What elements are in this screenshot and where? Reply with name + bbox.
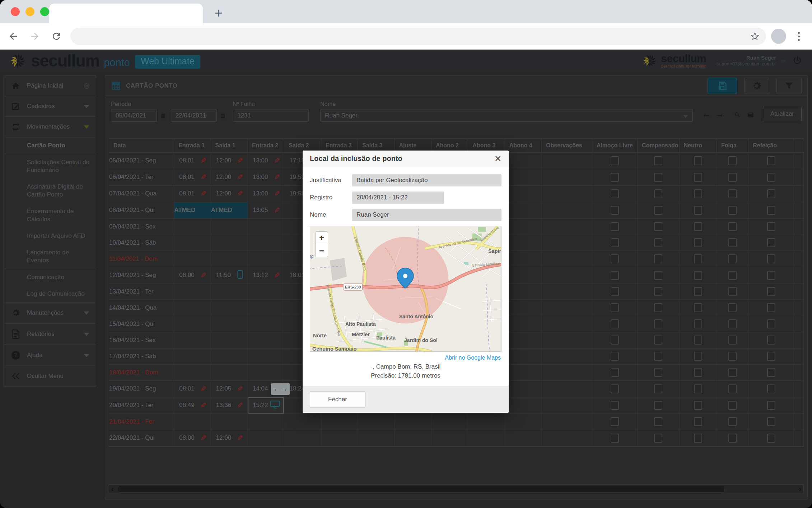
checkbox[interactable] xyxy=(654,417,662,426)
checkbox[interactable] xyxy=(767,222,775,231)
punch-cell[interactable] xyxy=(247,283,284,300)
empty-cell[interactable] xyxy=(505,332,541,348)
justificativa-input[interactable]: Batida por Geolocalização xyxy=(352,174,501,186)
checkbox[interactable] xyxy=(728,303,737,312)
empty-cell[interactable] xyxy=(542,348,592,364)
checkbox[interactable] xyxy=(694,238,702,247)
checkbox[interactable] xyxy=(611,352,619,361)
empty-cell[interactable] xyxy=(505,430,541,446)
empty-cell[interactable] xyxy=(542,235,592,251)
column-header[interactable] xyxy=(794,139,804,152)
checkbox[interactable] xyxy=(767,417,775,426)
punch-cell[interactable]: 08:01✎ xyxy=(174,152,211,169)
checkbox[interactable] xyxy=(654,254,662,263)
punch-cell[interactable] xyxy=(247,364,284,380)
punch-cell[interactable]: 12:00✎ xyxy=(211,430,247,446)
empty-cell[interactable] xyxy=(542,364,592,380)
empty-cell[interactable] xyxy=(395,414,431,430)
filter-button[interactable] xyxy=(776,78,802,94)
checkbox[interactable] xyxy=(767,352,775,361)
checkbox[interactable] xyxy=(654,189,662,198)
punch-cell[interactable]: 08:00✎ xyxy=(174,267,211,283)
checkbox[interactable] xyxy=(728,222,737,231)
user-block[interactable]: Ruan Seger suporte07@secullum.com.br xyxy=(717,55,776,67)
punch-cell[interactable] xyxy=(174,332,211,348)
edit-pencil-icon[interactable]: ✎ xyxy=(237,156,243,165)
sidebar-item-manutencoes[interactable]: Manutenções xyxy=(4,302,96,323)
forward-button[interactable] xyxy=(27,28,43,45)
checkbox[interactable] xyxy=(767,271,775,280)
empty-cell[interactable] xyxy=(505,380,541,397)
punch-cell[interactable] xyxy=(247,316,284,332)
search-icon[interactable] xyxy=(734,110,740,120)
edit-pencil-icon[interactable]: ✎ xyxy=(200,384,206,393)
sidebar-item-ocultar-menu[interactable]: Ocultar Menu xyxy=(4,366,96,386)
periodo-end-input[interactable]: 22/04/2021 xyxy=(171,110,217,122)
punch-cell[interactable] xyxy=(211,300,247,316)
empty-cell[interactable] xyxy=(505,235,541,251)
checkbox[interactable] xyxy=(694,336,702,345)
checkbox[interactable] xyxy=(767,368,775,377)
punch-cell[interactable] xyxy=(174,348,211,364)
checkbox[interactable] xyxy=(611,336,619,345)
checkbox[interactable] xyxy=(611,434,619,443)
checkbox[interactable] xyxy=(694,254,702,263)
checkbox[interactable] xyxy=(611,238,619,247)
punch-cell[interactable]: 15:22 xyxy=(247,397,284,414)
nome-select[interactable]: Ruan Seger xyxy=(320,110,693,122)
edit-pencil-icon[interactable]: ✎ xyxy=(237,189,243,198)
checkbox[interactable] xyxy=(654,287,662,296)
checkbox[interactable] xyxy=(728,156,737,165)
sidebar-subitem-encerramento-de-calculos[interactable]: Encerramento de Cálculos xyxy=(4,203,96,227)
sidebar-item-movimentacoes[interactable]: Movimentações xyxy=(4,116,96,137)
checkbox[interactable] xyxy=(654,271,662,280)
edit-pencil-icon[interactable]: ✎ xyxy=(274,189,280,198)
checkbox[interactable] xyxy=(694,303,702,312)
calendar-icon[interactable] xyxy=(160,111,166,120)
map-zoom-out-button[interactable]: − xyxy=(315,244,328,257)
column-header[interactable]: Saída 1 xyxy=(211,139,247,152)
punch-cell[interactable] xyxy=(211,414,247,430)
column-header[interactable]: Abono 4 xyxy=(505,139,541,152)
checkbox[interactable] xyxy=(694,384,702,393)
checkbox[interactable] xyxy=(611,287,619,296)
checkbox[interactable] xyxy=(611,401,619,410)
punch-cell[interactable]: 11:50 xyxy=(211,267,247,283)
sidebar-item-pagina-inicial[interactable]: Página Inicial xyxy=(4,76,96,96)
punch-cell[interactable]: 13:12✎ xyxy=(247,267,284,283)
close-icon[interactable]: ✕ xyxy=(494,154,501,164)
punch-cell[interactable] xyxy=(247,348,284,364)
empty-cell[interactable] xyxy=(542,380,592,397)
empty-cell[interactable] xyxy=(542,414,592,430)
punch-cell[interactable]: 12:05✎ xyxy=(211,380,247,397)
checkbox[interactable] xyxy=(694,206,702,215)
checkbox[interactable] xyxy=(728,206,737,215)
sidebar-item-cadastros[interactable]: Cadastros xyxy=(4,96,96,116)
logout-power-icon[interactable] xyxy=(792,55,803,66)
punch-cell[interactable] xyxy=(247,430,284,446)
empty-cell[interactable] xyxy=(468,430,505,446)
checkbox[interactable] xyxy=(767,303,775,312)
prev-employee-icon[interactable]: ← xyxy=(701,108,711,120)
punch-cell[interactable] xyxy=(247,332,284,348)
empty-cell[interactable] xyxy=(542,267,592,283)
checkbox[interactable] xyxy=(728,384,737,393)
empty-cell[interactable] xyxy=(542,202,592,218)
nome-input[interactable]: Ruan Seger xyxy=(352,209,501,221)
back-button[interactable] xyxy=(5,28,22,45)
checkbox[interactable] xyxy=(611,319,619,328)
empty-cell[interactable] xyxy=(505,267,541,283)
checkbox[interactable] xyxy=(694,417,702,426)
checkbox[interactable] xyxy=(611,417,619,426)
punch-cell[interactable]: 13:00✎ xyxy=(247,152,284,169)
punch-cell[interactable] xyxy=(174,218,211,235)
empty-cell[interactable] xyxy=(542,316,592,332)
column-header[interactable]: Refeição xyxy=(748,139,794,152)
scroll-right-icon[interactable]: › xyxy=(799,485,801,493)
checkbox[interactable] xyxy=(767,206,775,215)
fechar-button[interactable]: Fechar xyxy=(310,391,365,408)
checkbox[interactable] xyxy=(694,401,702,410)
checkbox[interactable] xyxy=(767,156,775,165)
punch-cell[interactable]: 13:36✎ xyxy=(211,397,247,414)
map[interactable]: ERS-239Santo AntônioAlto PaulistaMetzler… xyxy=(310,226,501,352)
